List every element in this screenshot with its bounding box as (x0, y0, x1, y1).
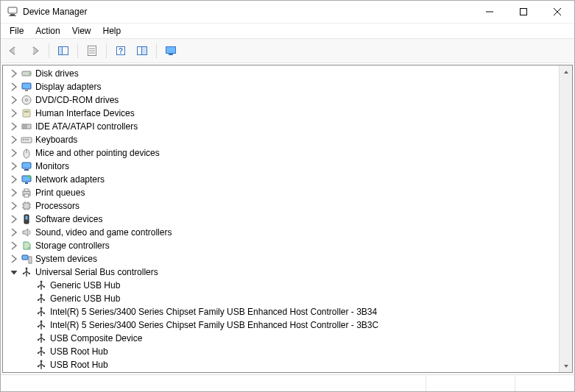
tree-node[interactable]: Processors (6, 199, 559, 213)
tree-node[interactable]: Storage controllers (6, 239, 559, 252)
sound-icon (21, 227, 32, 238)
tree-node[interactable]: Network adapters (6, 173, 559, 186)
tree-node[interactable]: Intel(R) 5 Series/3400 Series Chipset Fa… (6, 305, 559, 318)
tree-node-label: Print queues (35, 188, 85, 198)
scroll-track[interactable] (560, 78, 572, 360)
expand-icon[interactable] (9, 240, 19, 251)
tree-node[interactable]: Software devices (6, 213, 559, 226)
status-cell-2 (426, 375, 515, 391)
back-button[interactable] (4, 42, 23, 60)
expand-icon[interactable] (9, 95, 19, 105)
usb-icon (35, 279, 47, 291)
tree-node[interactable]: Human Interface Devices (6, 107, 559, 120)
tree-node[interactable]: Mice and other pointing devices (6, 146, 559, 160)
svg-rect-17 (166, 47, 176, 54)
svg-text:?: ? (119, 47, 123, 55)
storage-icon (21, 240, 32, 252)
titlebar[interactable]: Device Manager (1, 1, 574, 24)
tree-node-label: Processors (35, 201, 80, 211)
network-icon (21, 174, 32, 185)
menu-action[interactable]: Action (29, 24, 66, 38)
cpu-icon (21, 200, 32, 212)
expand-icon[interactable] (9, 227, 19, 238)
expand-icon[interactable] (9, 161, 19, 171)
status-cell-3 (515, 375, 574, 391)
help-button[interactable]: ? (111, 42, 130, 60)
usb-icon (35, 332, 47, 344)
tree-node[interactable]: Monitors (6, 160, 559, 173)
window-controls (473, 1, 574, 23)
tree-node-label: Software devices (35, 214, 102, 224)
forward-button[interactable] (25, 42, 44, 60)
tree-node[interactable]: IDE ATA/ATAPI controllers (6, 120, 559, 133)
tree-node-label: System devices (35, 254, 97, 264)
collapse-icon[interactable] (9, 267, 19, 277)
svg-rect-2 (9, 15, 16, 16)
svg-rect-16 (142, 47, 147, 55)
tree-node-label: Storage controllers (35, 240, 110, 251)
expand-icon[interactable] (9, 148, 19, 158)
menu-view[interactable]: View (66, 24, 97, 38)
maximize-button[interactable] (507, 1, 540, 23)
svg-rect-18 (169, 54, 173, 55)
tree-node-label: USB Root Hub (50, 360, 108, 370)
tree-node-label: Sound, video and game controllers (35, 227, 172, 238)
expand-icon[interactable] (9, 82, 19, 92)
monitor-icon (21, 160, 32, 172)
expand-icon[interactable] (9, 214, 19, 224)
properties-button[interactable] (82, 42, 102, 60)
usb-icon (21, 266, 32, 278)
tree-node[interactable]: Generic USB Hub (6, 292, 559, 305)
software-icon (21, 213, 32, 225)
tree-node-label: Disk drives (35, 68, 79, 79)
close-button[interactable] (540, 1, 574, 23)
tree-node-label: Generic USB Hub (50, 280, 120, 291)
tree-node-label: Network adapters (35, 174, 105, 185)
tree-node[interactable]: Universal Serial Bus controllers (6, 266, 559, 279)
tree-node-label: Universal Serial Bus controllers (35, 267, 158, 277)
svg-rect-8 (59, 47, 63, 55)
menu-file[interactable]: File (4, 24, 29, 38)
expand-icon[interactable] (9, 174, 19, 185)
expand-icon[interactable] (9, 108, 19, 118)
tree-node[interactable]: System devices (6, 252, 559, 266)
system-icon (21, 253, 32, 265)
vertical-scrollbar[interactable] (559, 65, 572, 372)
content-area: Disk drivesDisplay adaptersDVD/CD-ROM dr… (2, 65, 573, 373)
expand-icon[interactable] (9, 68, 19, 79)
device-manager-icon (7, 6, 18, 18)
scan-hardware-button[interactable] (133, 42, 152, 60)
expand-icon[interactable] (9, 201, 19, 211)
tree-node[interactable]: USB Root Hub (6, 358, 559, 371)
tree-node[interactable]: USB Composite Device (6, 332, 559, 345)
show-hide-tree-button[interactable] (54, 42, 73, 60)
tree-node[interactable]: USB Root Hub (6, 345, 559, 358)
tree-node[interactable]: Sound, video and game controllers (6, 226, 559, 239)
tree-node[interactable]: Intel(R) 5 Series/3400 Series Chipset Fa… (6, 318, 559, 332)
dvd-icon (21, 94, 32, 106)
tree-node-label: Intel(R) 5 Series/3400 Series Chipset Fa… (50, 320, 378, 330)
ide-icon (21, 121, 32, 132)
tree-node-label: Intel(R) 5 Series/3400 Series Chipset Fa… (50, 307, 377, 317)
statusbar (1, 374, 574, 391)
tree-node[interactable]: Keyboards (6, 133, 559, 146)
scroll-down-button[interactable] (560, 360, 572, 372)
expand-icon[interactable] (9, 121, 19, 132)
tree-node[interactable]: Print queues (6, 186, 559, 199)
monitor-button[interactable] (161, 42, 180, 60)
tree-node[interactable]: Generic USB Hub (6, 279, 559, 292)
minimize-button[interactable] (473, 1, 507, 23)
tree-node[interactable]: Disk drives (6, 67, 559, 80)
tree-node-label: USB Composite Device (50, 333, 142, 343)
usb-icon (35, 306, 47, 318)
expand-icon[interactable] (9, 254, 19, 264)
expand-icon[interactable] (9, 188, 19, 198)
expand-icon[interactable] (9, 135, 19, 145)
tree-node[interactable]: DVD/CD-ROM drives (6, 93, 559, 107)
svg-rect-1 (10, 14, 15, 15)
svg-rect-4 (521, 9, 527, 15)
device-tree[interactable]: Disk drivesDisplay adaptersDVD/CD-ROM dr… (3, 65, 559, 372)
menu-help[interactable]: Help (97, 24, 127, 38)
scroll-up-button[interactable] (560, 65, 572, 78)
tree-node[interactable]: Display adapters (6, 80, 559, 93)
